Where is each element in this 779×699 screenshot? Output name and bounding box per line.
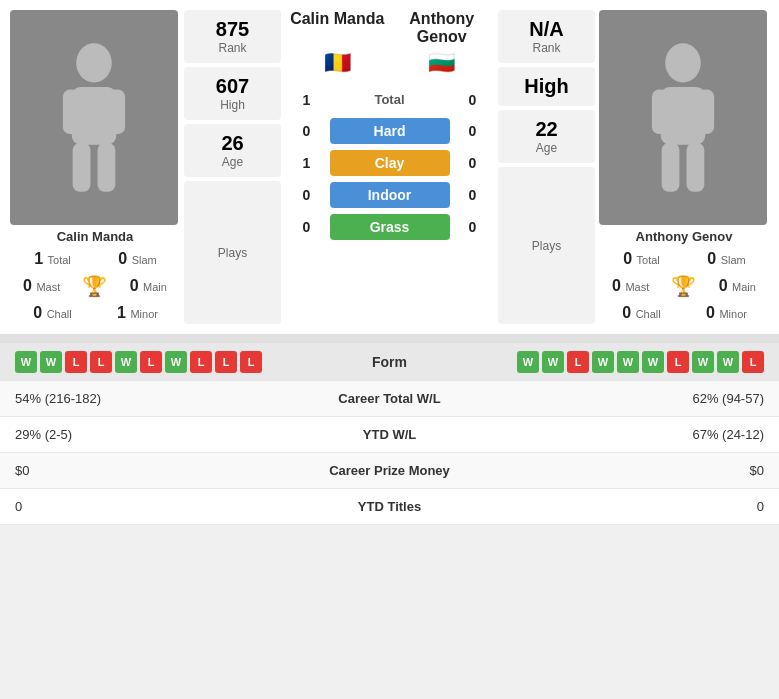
svg-rect-11 [687,142,705,191]
right-player-photo [599,10,767,225]
left-age-panel: 26 Age [184,124,281,177]
left-minor: 1 Minor [115,304,160,322]
right-rank-value: N/A [504,18,589,41]
clay-button: Clay [330,150,450,176]
left-rank-value: 875 [190,18,275,41]
right-rank-panel: N/A Rank [498,10,595,63]
stat-right-3: 0 [490,499,765,514]
right-age-value: 22 [504,118,589,141]
left-mast: 0 Mast [19,277,64,295]
left-trophy-icon: 🏆 [82,274,107,298]
form-badge-l: L [90,351,112,373]
svg-rect-3 [109,89,125,133]
left-age-label: Age [190,155,275,169]
stat-right-1: 67% (24-12) [490,427,765,442]
form-badge-l: L [742,351,764,373]
center-left-name: Calin Manda [285,10,390,46]
form-label: Form [330,354,450,370]
left-player-photo-col: Calin Manda 1 Total 0 Slam 0 Mast 🏆 [10,10,180,324]
left-main: 0 Main [126,277,171,295]
hard-left-score: 0 [292,123,322,139]
form-badge-l: L [240,351,262,373]
right-high-panel: High [498,67,595,106]
left-total: 1 Total [30,250,75,268]
stat-left-3: 0 [15,499,290,514]
svg-rect-2 [63,89,79,133]
svg-rect-10 [662,142,680,191]
indoor-right-score: 0 [458,187,488,203]
form-badge-l: L [667,351,689,373]
svg-point-6 [665,43,701,82]
right-total: 0 Total [619,250,664,268]
left-silhouette [10,10,178,225]
left-plays-label: Plays [218,246,247,260]
form-badge-l: L [190,351,212,373]
stats-table: 54% (216-182)Career Total W/L62% (94-57)… [0,381,779,525]
right-high-value: High [504,75,589,98]
stat-label-2: Career Prize Money [290,463,490,478]
grass-left-score: 0 [292,219,322,235]
right-age-panel: 22 Age [498,110,595,163]
left-high-value: 607 [190,75,275,98]
clay-right-score: 0 [458,155,488,171]
grass-right-score: 0 [458,219,488,235]
right-stats-panels: N/A Rank High 22 Age Plays [494,10,599,324]
stats-row-1: 29% (2-5)YTD W/L67% (24-12) [0,417,779,453]
left-stats-row3: 0 Chall 1 Minor [10,302,180,324]
form-badge-w: W [517,351,539,373]
left-high-label: High [190,98,275,112]
stat-left-0: 54% (216-182) [15,391,290,406]
form-badge-w: W [542,351,564,373]
indoor-left-score: 0 [292,187,322,203]
stats-row-2: $0Career Prize Money$0 [0,453,779,489]
stat-left-2: $0 [15,463,290,478]
left-form-badges: WWLLWLWLLL [15,351,330,373]
left-rank-label: Rank [190,41,275,55]
left-plays-panel: Plays [184,181,281,324]
right-mast: 0 Mast [608,277,653,295]
right-age-label: Age [504,141,589,155]
left-high-panel: 607 High [184,67,281,120]
right-minor: 0 Minor [704,304,749,322]
clay-row: 1 Clay 0 [285,150,494,176]
right-stats-row1: 0 Total 0 Slam [599,248,769,270]
stat-label-0: Career Total W/L [290,391,490,406]
form-badge-l: L [567,351,589,373]
form-badge-w: W [15,351,37,373]
svg-rect-8 [652,89,668,133]
right-flag: 🇧🇬 [390,50,495,76]
svg-rect-9 [698,89,714,133]
svg-rect-5 [98,142,116,191]
flags-row: 🇷🇴 🇧🇬 [285,50,494,76]
form-badge-w: W [692,351,714,373]
stats-row-0: 54% (216-182)Career Total W/L62% (94-57) [0,381,779,417]
form-badge-w: W [642,351,664,373]
hard-right-score: 0 [458,123,488,139]
total-row: 1 Total 0 [285,87,494,112]
svg-point-0 [76,43,112,82]
left-player-name-under: Calin Manda [10,225,180,248]
form-badge-w: W [717,351,739,373]
right-player-name-under: Anthony Genov [599,225,769,248]
main-container: Calin Manda 1 Total 0 Slam 0 Mast 🏆 [0,0,779,525]
indoor-row: 0 Indoor 0 [285,182,494,208]
stat-label-3: YTD Titles [290,499,490,514]
total-right-score: 0 [458,92,488,108]
center-right-name: Anthony Genov [390,10,495,46]
top-section: Calin Manda 1 Total 0 Slam 0 Mast 🏆 [0,0,779,334]
center-column: Calin Manda Anthony Genov 🇷🇴 🇧🇬 1 Total … [285,10,494,324]
right-plays-label: Plays [532,239,561,253]
right-rank-label: Rank [504,41,589,55]
right-form-badges: WWLWWWLWWL [450,351,765,373]
form-badge-w: W [592,351,614,373]
left-stats-row1: 1 Total 0 Slam [10,248,180,270]
grass-button: Grass [330,214,450,240]
left-age-value: 26 [190,132,275,155]
form-badge-l: L [65,351,87,373]
left-chall: 0 Chall [30,304,75,322]
stat-left-1: 29% (2-5) [15,427,290,442]
hard-button: Hard [330,118,450,144]
left-stats-panels: 875 Rank 607 High 26 Age Plays [180,10,285,324]
right-trophy-icon: 🏆 [671,274,696,298]
svg-rect-4 [73,142,91,191]
